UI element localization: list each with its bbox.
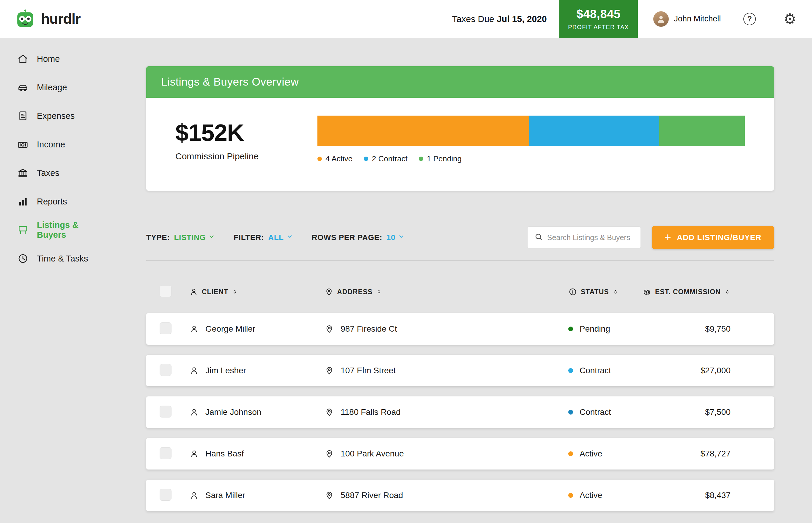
column-header-address[interactable]: ADDRESS (325, 287, 568, 296)
rows-per-page-label: ROWS PER PAGE: (312, 233, 382, 242)
add-listing-buyer-button[interactable]: + ADD LISTING/BUYER (652, 226, 774, 249)
clock-icon (17, 253, 29, 264)
sidebar-item-mileage[interactable]: Mileage (0, 73, 107, 102)
status-cell: Pending (568, 324, 643, 334)
table-header-row: CLIENTADDRESSSTATUSEST. COMMISSION (146, 281, 774, 303)
sign-icon (17, 224, 29, 236)
pipeline-segment-2-contract (529, 115, 660, 146)
map-pin-icon (325, 366, 334, 375)
sidebar-item-home[interactable]: Home (0, 44, 107, 73)
row-checkbox-cell (160, 489, 189, 502)
user-icon (189, 449, 199, 458)
cash-icon (17, 139, 29, 150)
row-checkbox-cell (160, 364, 189, 377)
map-pin-icon (325, 324, 334, 334)
rows-per-page-dropdown[interactable]: 10 (386, 233, 405, 242)
rows-per-page-value: 10 (386, 233, 395, 242)
client-cell: Hans Basf (189, 449, 325, 458)
type-filter-value: LISTING (174, 233, 206, 242)
row-checkbox-cell (160, 322, 189, 336)
car-icon (17, 82, 29, 93)
sort-icon[interactable] (724, 289, 730, 295)
commission-cell: $27,000 (643, 366, 730, 375)
plus-icon: + (665, 232, 671, 243)
bank-icon (17, 167, 29, 179)
pipeline-bar (318, 115, 745, 146)
profit-label: PROFIT AFTER TAX (568, 24, 629, 31)
status-dot (568, 368, 573, 373)
commission-cell: $9,750 (643, 324, 730, 334)
status-filter-value: ALL (268, 233, 284, 242)
column-header-est-commission[interactable]: EST. COMMISSION (643, 287, 730, 296)
sidebar-item-income[interactable]: Income (0, 130, 107, 159)
sort-icon[interactable] (613, 289, 618, 295)
row-checkbox[interactable] (160, 322, 172, 334)
client-name: George Miller (205, 324, 255, 334)
table-row[interactable]: Hans Basf100 Park AvenueActive$78,727 (146, 438, 774, 469)
coins-icon (643, 287, 651, 296)
client-cell: Jamie Johnson (189, 408, 325, 417)
sidebar-item-time-tasks[interactable]: Time & Tasks (0, 244, 107, 273)
sidebar-item-label: Income (37, 140, 65, 149)
column-label: CLIENT (202, 288, 228, 296)
row-checkbox[interactable] (160, 447, 172, 459)
table-row[interactable]: Sara Miller5887 River RoadActive$8,437 (146, 480, 774, 511)
user-name: John Mitchell (674, 14, 721, 23)
row-checkbox-cell (160, 447, 189, 460)
taxes-due-date: Jul 15, 2020 (497, 14, 546, 24)
pipeline-segment-4-active (318, 115, 529, 146)
column-label: EST. COMMISSION (655, 288, 721, 296)
legend-item-2-contract: 2 Contract (364, 154, 408, 163)
sidebar-item-taxes[interactable]: Taxes (0, 159, 107, 187)
status-dot (568, 327, 573, 331)
sidebar-item-listings-buyers[interactable]: Listings & Buyers (0, 216, 107, 244)
address-cell: 5887 River Road (325, 491, 568, 500)
client-name: Jamie Johnson (205, 408, 261, 417)
table-row[interactable]: Jamie Johnson1180 Falls RoadContract$7,5… (146, 396, 774, 428)
type-filter-dropdown[interactable]: LISTING (174, 233, 216, 242)
address-text: 1180 Falls Road (341, 408, 401, 417)
user-icon (189, 366, 199, 375)
row-checkbox[interactable] (160, 489, 172, 501)
table-row[interactable]: George Miller987 Fireside CtPending$9,75… (146, 313, 774, 345)
address-text: 5887 River Road (341, 491, 403, 500)
gear-icon[interactable]: ⚙ (783, 12, 796, 26)
address-cell: 1180 Falls Road (325, 408, 568, 417)
status-cell: Active (568, 491, 643, 500)
profit-after-tax-badge[interactable]: $48,845 PROFIT AFTER TAX (559, 0, 638, 38)
sidebar-item-label: Expenses (37, 111, 75, 121)
column-header-status[interactable]: STATUS (568, 287, 643, 296)
sidebar-item-reports[interactable]: Reports (0, 187, 107, 216)
type-filter: TYPE: LISTING (146, 233, 215, 242)
row-checkbox[interactable] (160, 364, 172, 376)
status-filter-dropdown[interactable]: ALL (268, 233, 293, 242)
overview-card: Listings & Buyers Overview $152K Commiss… (146, 66, 774, 191)
row-checkbox[interactable] (160, 405, 172, 417)
search-input[interactable] (547, 233, 634, 242)
overview-card-title: Listings & Buyers Overview (146, 66, 774, 98)
table-row[interactable]: Jim Lesher107 Elm StreetContract$27,000 (146, 355, 774, 386)
info-icon (568, 287, 577, 296)
legend-dot (318, 157, 322, 161)
sort-icon[interactable] (376, 289, 382, 295)
brand-logo[interactable]: hurdlr (0, 0, 107, 38)
header-right: Taxes Due Jul 15, 2020 $48,845 PROFIT AF… (107, 0, 812, 38)
user-menu[interactable]: John Mitchell (653, 11, 721, 27)
legend-label: 2 Contract (372, 154, 408, 163)
status-dot (568, 493, 573, 498)
address-cell: 107 Elm Street (325, 366, 568, 375)
client-cell: Sara Miller (189, 491, 325, 500)
select-all-checkbox[interactable] (160, 285, 172, 297)
legend-item-1-pending: 1 Pending (419, 154, 462, 163)
legend-label: 1 Pending (427, 154, 462, 163)
pipeline-total: $152K (175, 119, 294, 146)
status-text: Active (580, 449, 602, 458)
client-name: Hans Basf (205, 449, 244, 458)
commission-cell: $7,500 (643, 408, 730, 417)
address-cell: 100 Park Avenue (325, 449, 568, 458)
column-header-client[interactable]: CLIENT (189, 287, 325, 296)
sort-icon[interactable] (232, 289, 238, 295)
address-text: 987 Fireside Ct (341, 324, 397, 334)
help-icon[interactable]: ? (743, 13, 756, 25)
sidebar-item-expenses[interactable]: Expenses (0, 102, 107, 130)
